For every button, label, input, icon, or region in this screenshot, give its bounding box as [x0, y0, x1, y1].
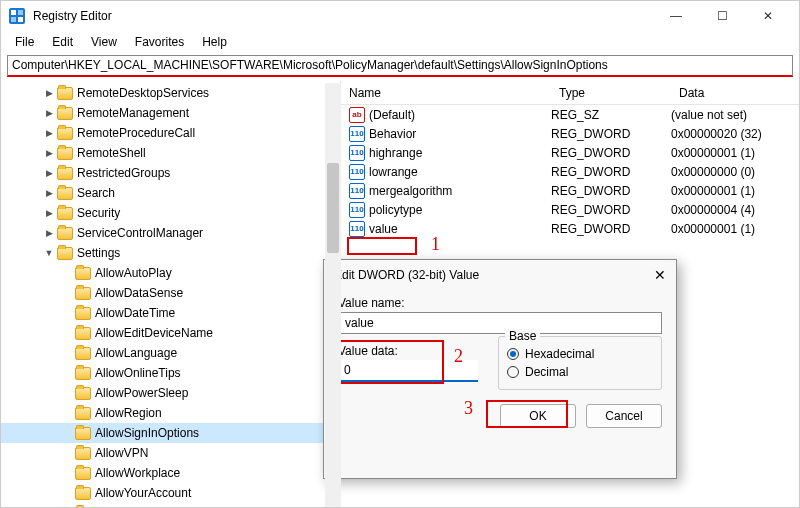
dialog-title: Edit DWORD (32-bit) Value: [334, 268, 479, 282]
menu-view[interactable]: View: [83, 33, 125, 51]
dialog-close-icon[interactable]: ✕: [654, 267, 666, 283]
tree-item[interactable]: ▶RemoteProcedureCall: [1, 123, 340, 143]
list-row[interactable]: 110lowrangeREG_DWORD0x00000000 (0): [341, 162, 799, 181]
value-type: REG_DWORD: [551, 127, 671, 141]
list-row[interactable]: 110valueREG_DWORD0x00000001 (1): [341, 219, 799, 238]
list-header[interactable]: Name Type Data: [341, 81, 799, 105]
reg-dword-icon: 110: [349, 126, 365, 142]
radio-decimal[interactable]: Decimal: [507, 365, 653, 379]
folder-icon: [75, 447, 91, 460]
folder-icon: [57, 127, 73, 140]
folder-icon: [75, 327, 91, 340]
tree-item-label: AllowPowerSleep: [95, 386, 188, 400]
list-row[interactable]: 110BehaviorREG_DWORD0x00000020 (32): [341, 124, 799, 143]
tree-item[interactable]: ▶RemoteManagement: [1, 103, 340, 123]
tree-item-label: RestrictedGroups: [77, 166, 170, 180]
tree-item[interactable]: AllowDateTime: [1, 303, 340, 323]
tree-item[interactable]: AllowRegion: [1, 403, 340, 423]
list-row[interactable]: 110highrangeREG_DWORD0x00000001 (1): [341, 143, 799, 162]
tree-expand-icon[interactable]: ▶: [43, 108, 55, 118]
col-header-type[interactable]: Type: [551, 86, 671, 100]
tree-item[interactable]: AllowPowerSleep: [1, 383, 340, 403]
tree-item-label: ServiceControlManager: [77, 226, 203, 240]
cancel-button[interactable]: Cancel: [586, 404, 662, 428]
value-data: 0x00000001 (1): [671, 184, 799, 198]
close-button[interactable]: ✕: [745, 1, 791, 31]
radio-hexadecimal[interactable]: Hexadecimal: [507, 347, 653, 361]
tree-item[interactable]: AllowYourAccount: [1, 483, 340, 503]
regedit-icon: [9, 8, 25, 24]
folder-icon: [57, 107, 73, 120]
tree-item[interactable]: AllowVPN: [1, 443, 340, 463]
tree-expand-icon[interactable]: ▶: [43, 128, 55, 138]
value-data: 0x00000004 (4): [671, 203, 799, 217]
tree-item[interactable]: AllowLanguage: [1, 343, 340, 363]
ok-button[interactable]: OK: [500, 404, 576, 428]
col-header-name[interactable]: Name: [341, 86, 551, 100]
tree-expand-icon[interactable]: ▶: [43, 188, 55, 198]
tree-item[interactable]: ▶RestrictedGroups: [1, 163, 340, 183]
tree-item[interactable]: ▶ServiceControlManager: [1, 223, 340, 243]
folder-icon: [75, 487, 91, 500]
value-name-input[interactable]: [338, 312, 662, 334]
radio-dec-label: Decimal: [525, 365, 568, 379]
value-name: highrange: [369, 146, 422, 160]
folder-icon: [75, 267, 91, 280]
tree-expand-icon[interactable]: ▶: [43, 208, 55, 218]
tree-item[interactable]: AllowWorkplace: [1, 463, 340, 483]
tree-item[interactable]: AllowAutoPlay: [1, 263, 340, 283]
tree-expand-icon[interactable]: ▶: [43, 148, 55, 158]
menu-help[interactable]: Help: [194, 33, 235, 51]
tree-item-label: RemoteProcedureCall: [77, 126, 195, 140]
list-row[interactable]: 110mergealgorithmREG_DWORD0x00000001 (1): [341, 181, 799, 200]
scrollbar-thumb[interactable]: [327, 163, 339, 253]
folder-icon: [75, 347, 91, 360]
tree-item[interactable]: AllowOnlineTips: [1, 363, 340, 383]
value-data: 0x00000001 (1): [671, 146, 799, 160]
svg-rect-2: [18, 10, 23, 15]
menu-edit[interactable]: Edit: [44, 33, 81, 51]
menu-file[interactable]: File: [7, 33, 42, 51]
value-data: 0x00000001 (1): [671, 222, 799, 236]
col-header-data[interactable]: Data: [671, 86, 799, 100]
value-name: (Default): [369, 108, 415, 122]
list-row[interactable]: ab(Default)REG_SZ(value not set): [341, 105, 799, 124]
menubar: File Edit View Favorites Help: [1, 31, 799, 53]
tree-item-label: RemoteDesktopServices: [77, 86, 209, 100]
tree-item-label: AllowLanguage: [95, 346, 177, 360]
tree-item[interactable]: AllowDataSense: [1, 283, 340, 303]
tree-item[interactable]: AllowSignInOptions: [1, 423, 340, 443]
tree-expand-icon[interactable]: ▶: [43, 228, 55, 238]
tree-expand-icon[interactable]: ▶: [43, 168, 55, 178]
address-bar[interactable]: Computer\HKEY_LOCAL_MACHINE\SOFTWARE\Mic…: [7, 55, 793, 77]
tree-item-label: RemoteManagement: [77, 106, 189, 120]
tree-view[interactable]: ▶RemoteDesktopServices▶RemoteManagement▶…: [1, 81, 341, 508]
tree-item-label: AllowEditDeviceName: [95, 326, 213, 340]
tree-item[interactable]: ▶Security: [1, 203, 340, 223]
folder-icon: [57, 247, 73, 260]
minimize-button[interactable]: —: [653, 1, 699, 31]
menu-favorites[interactable]: Favorites: [127, 33, 192, 51]
edit-dword-dialog: Edit DWORD (32-bit) Value ✕ Value name: …: [323, 259, 677, 479]
radio-off-icon: [507, 366, 519, 378]
tree-expand-icon[interactable]: ▶: [43, 88, 55, 98]
tree-expand-icon[interactable]: ▼: [43, 248, 55, 258]
tree-item-label: AllowVPN: [95, 446, 148, 460]
maximize-button[interactable]: ☐: [699, 1, 745, 31]
reg-dword-icon: 110: [349, 183, 365, 199]
list-row[interactable]: 110policytypeREG_DWORD0x00000004 (4): [341, 200, 799, 219]
tree-item[interactable]: ▶Search: [1, 183, 340, 203]
svg-rect-4: [18, 17, 23, 22]
radio-on-icon: [507, 348, 519, 360]
tree-item[interactable]: ConfigureTaskbarCalendar: [1, 503, 340, 508]
tree-item[interactable]: AllowEditDeviceName: [1, 323, 340, 343]
value-type: REG_DWORD: [551, 184, 671, 198]
tree-item[interactable]: ▶RemoteDesktopServices: [1, 83, 340, 103]
folder-icon: [75, 287, 91, 300]
tree-item[interactable]: ▶RemoteShell: [1, 143, 340, 163]
svg-rect-3: [11, 17, 16, 22]
value-name: mergealgorithm: [369, 184, 452, 198]
tree-item[interactable]: ▼Settings: [1, 243, 340, 263]
value-name: value: [369, 222, 398, 236]
tree-scrollbar[interactable]: [325, 83, 341, 507]
